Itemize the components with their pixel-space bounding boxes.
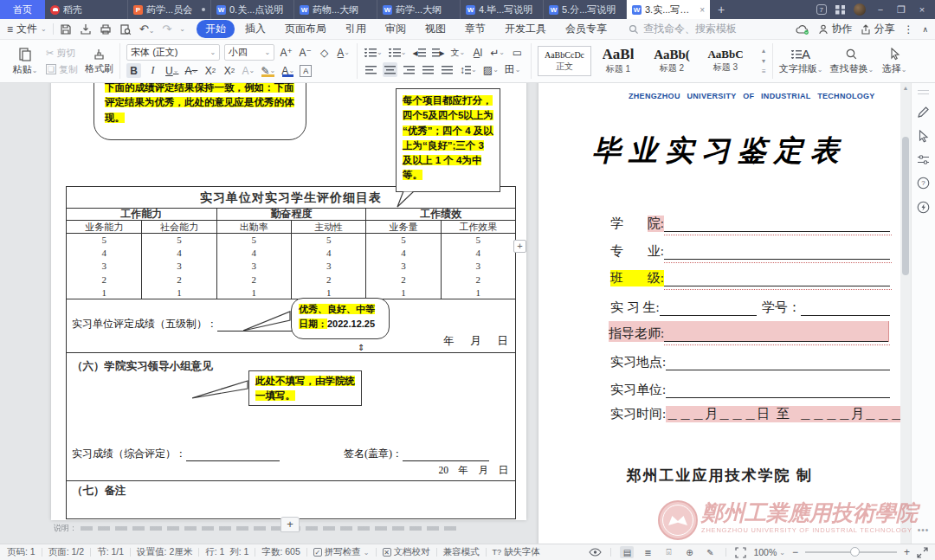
paragraph-layout-icon[interactable]: A̲l	[470, 45, 485, 60]
page-2[interactable]: 郑州工业应用技术学院 ZHENGZHOU UNIVERSITY OF INDUS…	[538, 83, 900, 544]
read-mode-icon[interactable]: ⌻	[661, 546, 675, 558]
status-item[interactable]: 页面: 1/2	[48, 546, 84, 558]
scroll-up-icon[interactable]: ▲	[900, 83, 911, 91]
character-border-icon[interactable]: A	[300, 65, 312, 77]
status-item[interactable]: 行: 1 列: 1	[205, 546, 248, 558]
document-tab[interactable]: W3.实...写说明×	[627, 0, 710, 19]
scrollbar-thumb[interactable]	[902, 137, 909, 275]
select-button[interactable]: 选择⌄	[880, 48, 908, 75]
numbered-list-icon[interactable]: ⌄	[388, 45, 408, 60]
help-icon[interactable]: ?	[917, 177, 930, 190]
ribbon-tab-页面布局[interactable]: 页面布局	[276, 20, 335, 38]
student-no-blank[interactable]	[801, 300, 890, 316]
ribbon-tab-开发工具[interactable]: 开发工具	[496, 20, 555, 38]
missing-font-button[interactable]: T? 缺失字体	[493, 546, 541, 558]
copy-button[interactable]: ❏复制	[46, 63, 78, 76]
decrease-indent-icon[interactable]: ◂	[411, 45, 426, 60]
web-view-icon[interactable]: ⊕	[682, 546, 696, 558]
justify-icon[interactable]	[421, 62, 435, 77]
unit-blank[interactable]	[666, 383, 890, 398]
line-spacing-icon[interactable]: ↕⌄	[459, 62, 478, 77]
proofread-button[interactable]: ✕ 文档校对	[383, 546, 430, 558]
status-item[interactable]: 字数: 605	[261, 546, 300, 558]
major-blank[interactable]	[664, 244, 890, 260]
compat-mode[interactable]: 兼容模式	[443, 546, 480, 558]
increase-font-icon[interactable]: A⁺	[279, 45, 293, 60]
collapse-ribbon-icon[interactable]: ∧	[922, 25, 928, 34]
align-center-icon[interactable]	[383, 62, 397, 77]
zoom-out-button[interactable]: −	[792, 546, 798, 558]
phonetic-guide-button[interactable]: A⌄	[241, 63, 255, 78]
borders-icon[interactable]: 田⌄	[504, 62, 522, 77]
cut-button[interactable]: ✂剪切	[46, 47, 78, 60]
page-1[interactable]: 下面的成绩评定结果保持一致，例如：下面评定结果为优秀，此处的意见应是优秀的体现。…	[51, 83, 526, 520]
time-blank[interactable]: ＿＿＿月＿＿＿日 至 ＿＿＿＿月＿＿＿日	[666, 406, 916, 422]
pen-edit-icon[interactable]	[917, 106, 930, 119]
decrease-font-icon[interactable]: A⁻	[298, 45, 313, 60]
eye-protection-icon[interactable]	[589, 548, 602, 557]
export-icon[interactable]	[80, 23, 92, 35]
underline-button[interactable]: U⌄	[164, 63, 179, 78]
ribbon-tab-开始[interactable]: 开始	[197, 20, 235, 38]
undo-icon[interactable]: ↶⌄	[139, 23, 155, 35]
text-tool-icon[interactable]: A̲⌄	[336, 45, 351, 60]
document-tab[interactable]: W药学...大纲	[377, 0, 461, 19]
select-cursor-icon[interactable]	[918, 130, 929, 143]
ink-mode-icon[interactable]: ✎	[703, 546, 717, 558]
new-page-button[interactable]: +	[280, 517, 300, 532]
document-tab[interactable]: W5.分...写说明	[544, 0, 627, 19]
highlight-color-button[interactable]: ✎⌄	[260, 63, 276, 78]
restore-button[interactable]: ❐	[895, 4, 907, 16]
vertical-scrollbar[interactable]: ▲	[900, 83, 911, 544]
student-blank[interactable]	[660, 300, 757, 316]
close-button[interactable]: ×	[916, 4, 928, 15]
print-icon[interactable]	[100, 23, 112, 35]
tab-home[interactable]: 首页	[0, 0, 45, 19]
print-preview-icon[interactable]	[119, 23, 132, 35]
superscript-button[interactable]: X2	[203, 63, 217, 78]
quick-tools-icon[interactable]	[917, 201, 930, 214]
callout-do-not-fill[interactable]: 此处不填写，由学院统一填写。	[248, 370, 362, 406]
font-name-select[interactable]: 宋体 (正文)⌄	[126, 44, 220, 61]
tab-count-badge[interactable]: 7	[816, 4, 827, 15]
document-tab[interactable]: P药学...员会	[128, 0, 211, 19]
ribbon-tab-章节[interactable]: 章节	[456, 20, 494, 38]
zoom-slider-knob[interactable]	[850, 547, 860, 557]
bold-button[interactable]: B	[126, 63, 141, 78]
page-view-icon[interactable]: ▤	[620, 546, 634, 558]
ribbon-tab-插入[interactable]: 插入	[236, 20, 274, 38]
save-icon[interactable]	[60, 23, 72, 35]
college-blank[interactable]	[664, 216, 890, 232]
spell-check-toggle[interactable]: ✓ 拼写检查 ⌄	[313, 546, 370, 558]
document-tab[interactable]: W4.毕...写说明	[461, 0, 544, 19]
adjust-sliders-icon[interactable]	[917, 154, 930, 165]
user-avatar[interactable]	[854, 3, 866, 16]
callout-grade-example[interactable]: 优秀、良好、中等 日期：2022.12.25	[291, 298, 390, 339]
subscript-button[interactable]: X2	[222, 63, 236, 78]
customize-qat-icon[interactable]: ⌄	[179, 25, 185, 33]
zoom-slider[interactable]	[805, 551, 897, 553]
callout-grade-consistency[interactable]: 下面的成绩评定结果保持一致，例如：下面评定结果为优秀，此处的意见应是优秀的体现。	[94, 83, 306, 140]
document-tab[interactable]: W0.关...点说明	[211, 0, 294, 19]
sidebar-handle[interactable]	[918, 90, 929, 94]
strikethrough-button[interactable]: A⌄	[184, 63, 198, 78]
clear-format-icon[interactable]: ◇	[317, 45, 332, 60]
share-button[interactable]: 分享	[861, 22, 894, 36]
ribbon-tab-会员专享[interactable]: 会员专享	[557, 20, 616, 38]
more-menu-icon[interactable]: ⋮	[903, 23, 913, 35]
bullet-list-icon[interactable]: ⌄	[364, 45, 384, 60]
font-size-select[interactable]: 小四⌄	[224, 44, 274, 61]
outline-view-icon[interactable]: ≣	[641, 546, 654, 558]
place-blank[interactable]	[666, 355, 890, 370]
increase-indent-icon[interactable]: ▸	[431, 45, 446, 60]
class-blank[interactable]	[664, 271, 890, 286]
cloud-sync-icon[interactable]	[796, 24, 809, 35]
shading-icon[interactable]: ▨⌄	[482, 62, 500, 77]
page-setup-icon[interactable]: ▭	[510, 45, 525, 60]
new-tab-button[interactable]: +	[710, 0, 732, 19]
font-color-button[interactable]: A⌄	[280, 63, 295, 78]
format-painter-button[interactable]: 格式刷	[85, 48, 113, 75]
status-item[interactable]: 设置值: 2厘米	[137, 546, 192, 558]
zoom-level[interactable]: 100% ⌄	[753, 547, 785, 557]
align-left-icon[interactable]	[364, 62, 378, 77]
